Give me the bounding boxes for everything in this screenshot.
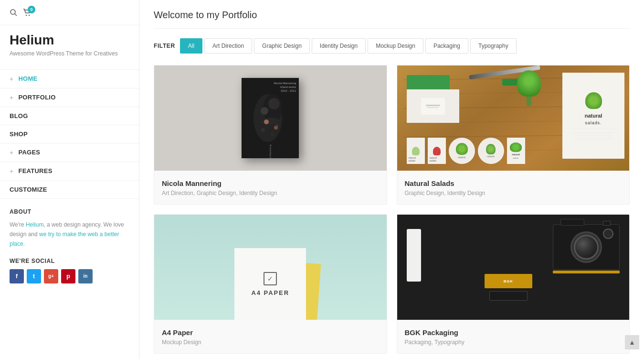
book-cover: Nicola ManneringIsland works2010 - 2011 … (242, 78, 299, 158)
try-link[interactable]: we try to make the web a better place. (10, 231, 119, 247)
cart-badge: 0 (28, 6, 35, 13)
portfolio-card-natural-salads[interactable]: natural salads. natural salads natur (397, 65, 630, 205)
portfolio-card-title-nicola: Nicola Mannering (162, 179, 379, 187)
portfolio-card-body-packaging: BGK Packaging Packaging, Typography (397, 320, 630, 353)
sidebar-top: 0 (0, 0, 139, 25)
portfolio-image-nicola: Nicola ManneringIsland works2010 - 2011 … (154, 65, 387, 171)
filter-identity-design-button[interactable]: Identity Design (312, 38, 366, 54)
filter-graphic-design-button[interactable]: Graphic Design (254, 38, 310, 54)
filter-packaging-button[interactable]: Packaging (425, 38, 468, 54)
plus-icon-features: + (10, 167, 13, 175)
svg-point-12 (264, 120, 269, 124)
portfolio-image-natural-salads: natural salads. natural salads natur (397, 65, 630, 171)
facebook-button[interactable]: f (10, 269, 24, 283)
nav-label-blog: BLOG (10, 112, 28, 120)
filter-mockup-design-button[interactable]: Mockup Design (368, 38, 423, 54)
portfolio-card-paper[interactable]: ✓ A4 PAPER A4 Paper Mockup Design (154, 214, 387, 354)
portfolio-card-body-natural-salads: Natural Salads Graphic Design, Identity … (397, 171, 630, 204)
svg-point-3 (29, 15, 30, 16)
svg-point-10 (270, 132, 275, 137)
nav-label-pages: PAGES (18, 149, 40, 156)
page-title: Welcome to my Portfolio (154, 10, 630, 29)
scroll-up-button[interactable]: ▲ (625, 335, 639, 349)
pinterest-button[interactable]: p (61, 269, 75, 283)
portfolio-card-title-paper: A4 Paper (162, 328, 379, 337)
nav-item-home[interactable]: + HOME (0, 69, 139, 88)
about-text: We're Helium, a web design agency. We lo… (10, 220, 129, 249)
portfolio-card-title-natural-salads: Natural Salads (405, 179, 622, 187)
brand-tagline: Awesome WordPress Theme for Creatives (10, 50, 129, 58)
sidebar-about: ABOUT We're Helium, a web design agency.… (0, 199, 139, 249)
portfolio-image-packaging: BGK (397, 215, 630, 320)
helium-link[interactable]: Helium (26, 221, 43, 228)
nav-label-portfolio: PORTFOLIO (18, 94, 55, 101)
portfolio-card-tags-paper: Mockup Design (162, 339, 379, 346)
cart-icon[interactable]: 0 (23, 9, 32, 18)
nav-label-home: HOME (18, 75, 37, 82)
svg-point-0 (11, 10, 15, 14)
svg-point-9 (261, 128, 265, 132)
svg-point-8 (268, 98, 280, 109)
portfolio-card-tags-packaging: Packaging, Typography (405, 339, 622, 346)
portfolio-image-paper: ✓ A4 PAPER (154, 215, 387, 320)
twitter-button[interactable]: t (27, 269, 41, 283)
filter-bar: FILTER All Art Direction Graphic Design … (154, 38, 630, 54)
portfolio-card-body-nicola: Nicola Mannering Art Direction, Graphic … (154, 171, 387, 204)
brand-name: Helium (10, 33, 129, 48)
nav-label-customize: CUSTOMIZE (10, 186, 47, 193)
nav-item-portfolio[interactable]: + PORTFOLIO (0, 88, 139, 107)
main-content: Welcome to my Portfolio FILTER All Art D… (139, 0, 644, 359)
svg-point-2 (26, 15, 27, 16)
portfolio-grid: Nicola ManneringIsland works2010 - 2011 … (154, 65, 630, 354)
sidebar: 0 Helium Awesome WordPress Theme for Cre… (0, 0, 139, 359)
google-plus-button[interactable]: g+ (44, 269, 58, 283)
portfolio-card-nicola[interactable]: Nicola ManneringIsland works2010 - 2011 … (154, 65, 387, 205)
nav-item-features[interactable]: + FEATURES (0, 162, 139, 180)
nav-item-shop[interactable]: SHOP (0, 125, 139, 143)
sidebar-brand: Helium Awesome WordPress Theme for Creat… (0, 25, 139, 61)
portfolio-card-tags-nicola: Art Direction, Graphic Design, Identity … (162, 190, 379, 196)
portfolio-card-body-paper: A4 Paper Mockup Design (154, 320, 387, 353)
filter-art-direction-button[interactable]: Art Direction (204, 38, 252, 54)
portfolio-card-title-packaging: BGK Packaging (405, 328, 622, 337)
plus-icon-portfolio: + (10, 94, 13, 101)
about-title: ABOUT (10, 208, 129, 215)
nav-label-shop: SHOP (10, 131, 28, 138)
nav-label-features: FEATURES (18, 167, 52, 174)
nav-item-pages[interactable]: + PAGES (0, 143, 139, 162)
nav-item-blog[interactable]: BLOG (0, 107, 139, 125)
search-icon[interactable] (10, 9, 17, 18)
social-title: WE'RE SOCIAL (0, 258, 139, 264)
instagram-button[interactable]: in (78, 269, 93, 283)
sidebar-icons: 0 (10, 9, 32, 18)
portfolio-card-packaging[interactable]: BGK BGK (397, 214, 630, 354)
portfolio-card-tags-natural-salads: Graphic Design, Identity Design (405, 190, 622, 196)
plus-icon-pages: + (10, 149, 13, 156)
filter-all-button[interactable]: All (180, 38, 202, 54)
sidebar-nav: + HOME + PORTFOLIO BLOG SHOP + PAGES + F… (0, 69, 139, 199)
svg-point-7 (261, 107, 268, 115)
social-icons: f t g+ p in (0, 269, 139, 283)
nav-item-customize[interactable]: CUSTOMIZE (0, 180, 139, 199)
filter-typography-button[interactable]: Typography (470, 38, 517, 54)
svg-point-13 (274, 126, 278, 130)
filter-label: FILTER (154, 43, 175, 49)
svg-line-1 (15, 14, 17, 16)
plus-icon-home: + (10, 75, 13, 83)
